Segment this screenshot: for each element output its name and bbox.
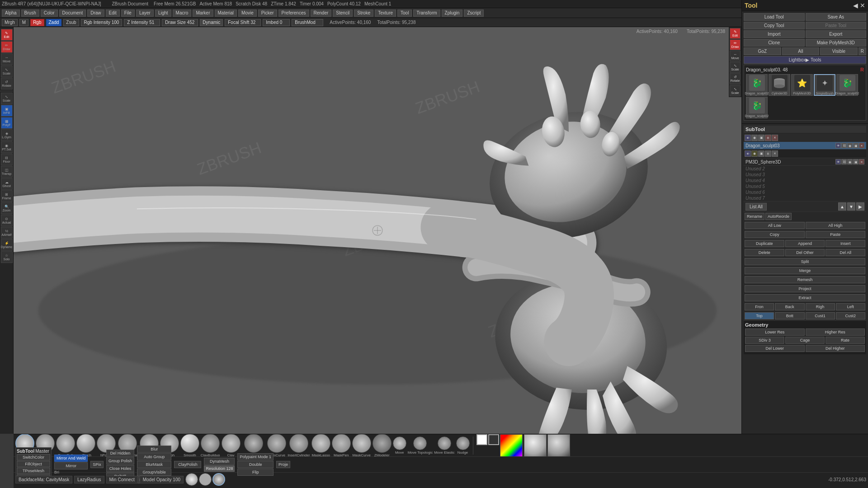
bottom-view-btn[interactable]: Bott bbox=[775, 312, 804, 319]
menu-macro[interactable]: Macro bbox=[173, 9, 192, 17]
menu-tool[interactable]: Tool bbox=[397, 9, 412, 17]
thumb-polymesh[interactable]: ⭐ PolyMesh3D bbox=[791, 74, 813, 96]
menu-file[interactable]: File bbox=[121, 9, 135, 17]
visible-btn[interactable]: Visible bbox=[820, 47, 858, 55]
brush-claybuildup[interactable]: ClayBuildup bbox=[201, 434, 220, 457]
brush-mod-slider[interactable]: BrushMod bbox=[292, 19, 323, 26]
auto-group-btn[interactable]: Auto Group bbox=[137, 453, 172, 460]
brush-masklasso[interactable]: MaskLasso bbox=[311, 434, 330, 457]
menu-marker[interactable]: Marker bbox=[193, 9, 213, 17]
background-color[interactable] bbox=[488, 434, 499, 445]
brush-maskpen[interactable]: MaskPen bbox=[332, 434, 351, 457]
brush-nudge[interactable]: Nudge bbox=[456, 436, 470, 455]
append-btn[interactable]: Append bbox=[785, 240, 825, 247]
st2-eye-icon[interactable]: 👁 bbox=[745, 150, 751, 157]
right-view-btn[interactable]: Righ bbox=[806, 303, 835, 310]
subtool-header[interactable]: SubTool bbox=[744, 126, 866, 133]
extract-btn[interactable]: Extract bbox=[745, 294, 865, 301]
edit-tool[interactable]: ✎ Edit bbox=[1, 29, 13, 41]
cust2-btn[interactable]: Cust2 bbox=[836, 312, 865, 319]
auto-reorder-btn[interactable]: AutoReorde bbox=[765, 213, 792, 220]
insert-btn[interactable]: Insert bbox=[826, 240, 865, 247]
make-polymesh-btn[interactable]: Make PolyMesh3D bbox=[806, 39, 867, 47]
color-picker-main[interactable] bbox=[500, 434, 523, 457]
move-mini-btn[interactable]: ↔ Move bbox=[730, 51, 741, 61]
transp-tool[interactable]: ◫ Transp bbox=[1, 166, 13, 178]
menu-movie[interactable]: Movie bbox=[238, 9, 257, 17]
menu-material[interactable]: Material bbox=[215, 9, 237, 17]
sdiv-btn[interactable]: SDiv 3 bbox=[745, 337, 784, 344]
menu-stroke[interactable]: Stroke bbox=[354, 9, 373, 17]
min-connect-info[interactable]: Min Connect bbox=[106, 476, 138, 483]
st2-r-icon[interactable]: R bbox=[765, 150, 771, 157]
all-btn[interactable]: All bbox=[782, 47, 820, 55]
floor-tool[interactable]: ⊟ Floor bbox=[1, 154, 13, 165]
thumb-cylinder[interactable]: Cylinder3D bbox=[769, 74, 790, 96]
export-btn[interactable]: Export bbox=[806, 30, 867, 38]
ptset-tool[interactable]: ◉ PT.Set bbox=[1, 141, 13, 153]
del-all-btn[interactable]: Del All bbox=[826, 249, 865, 256]
actual-tool[interactable]: ⊙ Actual bbox=[1, 215, 13, 226]
edit-mini-btn[interactable]: ✎ Edit bbox=[730, 28, 741, 39]
close-btn[interactable]: ✕ bbox=[860, 2, 865, 9]
lightbox-btn[interactable]: Lightbox▶ Tools bbox=[744, 56, 866, 64]
foreground-color[interactable] bbox=[476, 434, 487, 445]
frame-tool[interactable]: ⊞ Frame bbox=[1, 190, 13, 202]
del-other-btn[interactable]: Del Other bbox=[785, 249, 825, 256]
duplicate-btn[interactable]: Duplicate bbox=[745, 240, 784, 247]
st-r-icon[interactable]: R bbox=[765, 135, 771, 141]
model-opacity-info[interactable]: Model Opacity 100 bbox=[140, 476, 184, 483]
arrow-right-btn[interactable]: ▶ bbox=[856, 202, 864, 211]
group-polish-btn[interactable]: Group Polish bbox=[106, 457, 134, 465]
higher-res-btn[interactable]: Higher Res bbox=[806, 328, 865, 336]
subtool-dragon03[interactable]: Dragon_sculpt03 👁 ⛓ ◉ ▣ ✕ bbox=[744, 142, 866, 150]
brush-move-elastic[interactable]: Move Elastic bbox=[434, 436, 454, 455]
menu-texture[interactable]: Texture bbox=[375, 9, 396, 17]
switch-color-btn[interactable]: SwitchColor bbox=[17, 454, 50, 460]
zadd-btn[interactable]: Zadd bbox=[46, 19, 62, 26]
menu-document[interactable]: Document bbox=[59, 9, 86, 17]
thumb-simple-brush[interactable]: ✦ SimpleBrush bbox=[814, 74, 835, 96]
brush-smooth[interactable]: Smooth bbox=[180, 434, 199, 457]
mrgh-toggle[interactable]: Mrgh bbox=[2, 19, 18, 26]
polyf-tool[interactable]: ▦ PolyF bbox=[1, 117, 13, 129]
list-all-btn[interactable]: List All bbox=[745, 203, 767, 211]
arrow-up-btn[interactable]: ▲ bbox=[838, 202, 846, 211]
matcap-preview[interactable] bbox=[547, 434, 570, 457]
move-tool[interactable]: ↔ Move bbox=[1, 53, 13, 65]
rotate-tool[interactable]: ↺ Rotate bbox=[1, 78, 13, 89]
tex-btn[interactable] bbox=[185, 473, 198, 486]
del-higher-btn[interactable]: Del Higher bbox=[806, 345, 865, 352]
polypaint-btn[interactable]: Polypaint Mode 1 bbox=[237, 453, 274, 460]
basic-material-preview[interactable] bbox=[524, 434, 547, 457]
brush-zmodeler[interactable]: ZModeler bbox=[373, 434, 392, 457]
solo-tool[interactable]: ☆ Solo bbox=[1, 251, 13, 263]
dynamesh-btn[interactable]: DynaMesh bbox=[204, 458, 235, 465]
zsub-btn[interactable]: Zsub bbox=[63, 19, 79, 26]
copy-tool-btn[interactable]: Copy Tool bbox=[744, 22, 805, 29]
menu-zplugin[interactable]: Zplugin bbox=[442, 9, 463, 17]
menu-alpha[interactable]: Alpha bbox=[2, 9, 20, 17]
rate-btn[interactable]: Rate bbox=[826, 337, 865, 344]
blur-btn[interactable]: Blur bbox=[137, 446, 172, 453]
paste-btn[interactable]: Paste bbox=[806, 231, 866, 238]
brush-formsoft[interactable]: FormSoft bbox=[56, 434, 75, 457]
menu-draw[interactable]: Draw bbox=[87, 9, 104, 17]
rotate-mini-btn[interactable]: ↺ Rotate bbox=[730, 73, 741, 84]
dynamic-btn[interactable]: Dynamic bbox=[200, 19, 223, 26]
expand-btn[interactable]: ◀ bbox=[853, 2, 858, 9]
double-btn[interactable]: Double bbox=[237, 461, 274, 468]
brush-maskcurve[interactable]: MaskCurve bbox=[352, 434, 371, 457]
project-btn[interactable]: Project bbox=[745, 285, 865, 292]
fill-object-btn[interactable]: FillObject bbox=[17, 461, 50, 467]
menu-brush[interactable]: Brush bbox=[21, 9, 39, 17]
top-view-btn[interactable]: Top bbox=[745, 312, 774, 319]
rename-btn[interactable]: Rename bbox=[745, 213, 764, 220]
remesh-btn[interactable]: Remesh bbox=[745, 276, 865, 283]
st2-fill-icon[interactable]: ▣ bbox=[758, 150, 764, 157]
menu-preferences[interactable]: Preferences bbox=[278, 9, 309, 17]
focal-shift-slider[interactable]: Focal Shift 32 bbox=[225, 19, 261, 26]
goz-btn[interactable]: GoZ bbox=[744, 47, 781, 55]
thumb-dragon1[interactable]: 🐉 Dragon_sculpt02 bbox=[746, 74, 768, 96]
menu-stencil[interactable]: Stencil bbox=[333, 9, 353, 17]
